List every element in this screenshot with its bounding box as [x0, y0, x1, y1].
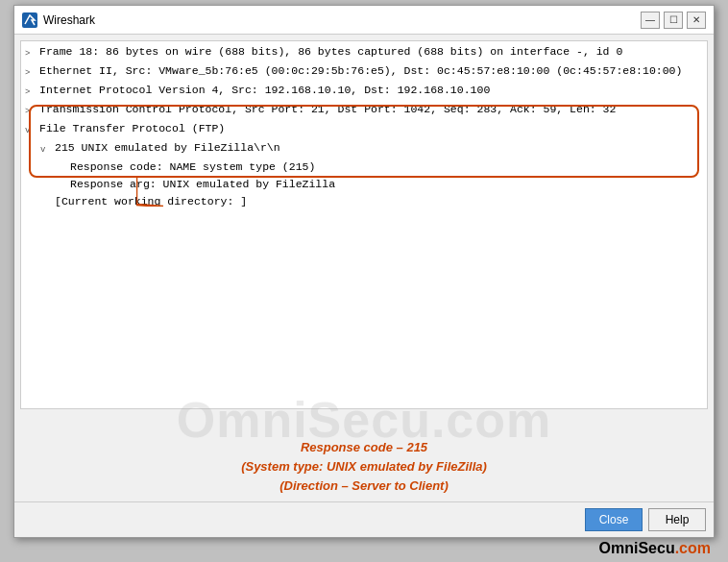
help-button[interactable]: Help — [648, 508, 706, 531]
tree-row-text: Internet Protocol Version 4, Src: 192.16… — [39, 83, 490, 98]
tree-row-text: Response code: NAME system type (215) — [70, 159, 315, 175]
window-controls: — ☐ ✕ — [641, 12, 706, 29]
tree-row[interactable]: v215 UNIX emulated by FileZilla\r\n — [21, 139, 707, 159]
wireshark-icon — [22, 12, 37, 28]
close-dialog-button[interactable]: Close — [585, 508, 643, 531]
tree-row-text: [Current working directory: ] — [55, 194, 247, 209]
minimize-button[interactable]: — — [641, 12, 660, 29]
annotation-area: Response code – 215 (System type: UNIX e… — [14, 409, 714, 501]
footer-omni: OmniSecu — [599, 540, 675, 556]
tree-row[interactable]: vFile Transfer Protocol (FTP) — [21, 120, 707, 139]
maximize-button[interactable]: ☐ — [664, 12, 683, 29]
wireshark-window: Wireshark — ☐ ✕ >Frame 18: 86 bytes on w… — [13, 5, 715, 538]
tree-row[interactable]: Response arg: UNIX emulated by FileZilla — [21, 176, 707, 193]
bottom-bar: Close Help — [14, 501, 714, 537]
content-area: >Frame 18: 86 bytes on wire (688 bits), … — [14, 35, 714, 501]
tree-row-text: File Transfer Protocol (FTP) — [39, 121, 225, 136]
footer-secu: .com — [675, 540, 711, 556]
packet-tree[interactable]: >Frame 18: 86 bytes on wire (688 bits), … — [20, 40, 708, 409]
annotation-line3: (Direction – Server to Client) — [24, 476, 704, 496]
expand-icon[interactable]: v — [40, 142, 52, 158]
expand-icon[interactable]: > — [25, 104, 36, 119]
tree-row-text: Frame 18: 86 bytes on wire (688 bits), 8… — [39, 44, 622, 60]
tree-row[interactable]: Response code: NAME system type (215) — [21, 159, 707, 176]
tree-row-text: 215 UNIX emulated by FileZilla\r\n — [55, 140, 280, 156]
annotation-line2: (System type: UNIX emulated by FileZilla… — [24, 457, 704, 476]
tree-row[interactable]: >Frame 18: 86 bytes on wire (688 bits), … — [21, 43, 707, 62]
tree-row[interactable]: >Ethernet II, Src: VMware_5b:76:e5 (00:0… — [21, 62, 707, 82]
tree-row-text: Response arg: UNIX emulated by FileZilla — [70, 177, 335, 192]
expand-icon[interactable]: > — [25, 46, 36, 61]
expand-icon[interactable]: > — [25, 65, 36, 81]
close-button[interactable]: ✕ — [687, 12, 706, 29]
tree-row[interactable]: >Internet Protocol Version 4, Src: 192.1… — [21, 82, 707, 101]
expand-icon[interactable]: v — [25, 123, 36, 138]
tree-row-text: Ethernet II, Src: VMware_5b:76:e5 (00:0c… — [39, 63, 682, 79]
window-title: Wireshark — [43, 13, 641, 27]
tree-row-text: Transmission Control Protocol, Src Port:… — [39, 102, 616, 117]
title-bar: Wireshark — ☐ ✕ — [14, 6, 714, 35]
annotation-line1: Response code – 215 — [24, 438, 704, 457]
tree-row[interactable]: >Transmission Control Protocol, Src Port… — [21, 101, 707, 120]
expand-icon[interactable]: > — [25, 85, 36, 100]
tree-row[interactable]: [Current working directory: ] — [21, 193, 707, 210]
footer-watermark: OmniSecu.com — [13, 538, 715, 557]
